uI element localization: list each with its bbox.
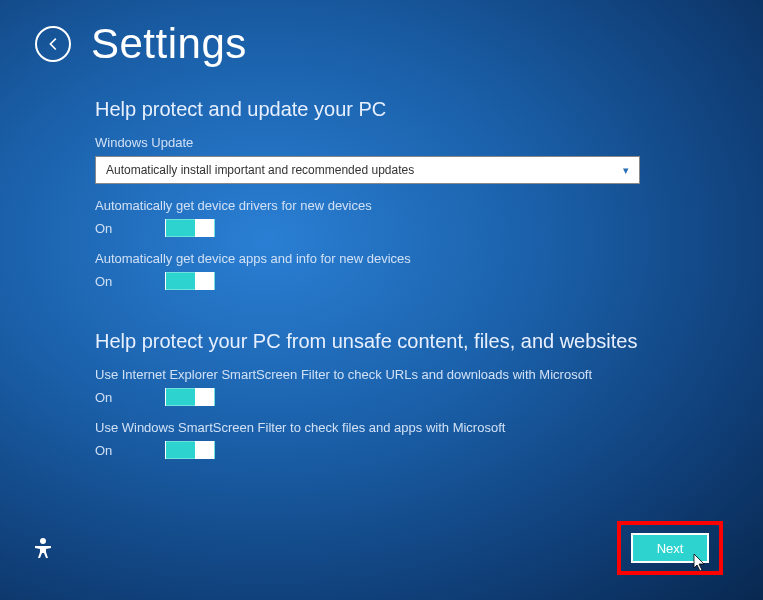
windows-update-dropdown[interactable]: Automatically install important and reco… xyxy=(95,156,640,184)
next-button-highlight: Next xyxy=(617,521,723,575)
cursor-icon xyxy=(693,553,707,573)
win-smartscreen-label: Use Windows SmartScreen Filter to check … xyxy=(95,420,763,435)
ie-smartscreen-toggle[interactable] xyxy=(165,388,215,406)
footer: Next xyxy=(0,521,763,575)
ie-smartscreen-label: Use Internet Explorer SmartScreen Filter… xyxy=(95,367,763,382)
back-arrow-icon xyxy=(44,35,62,53)
windows-update-value: Automatically install important and reco… xyxy=(106,163,414,177)
page-title: Settings xyxy=(91,20,247,68)
device-drivers-state: On xyxy=(95,221,165,236)
device-apps-toggle[interactable] xyxy=(165,272,215,290)
content: Help protect and update your PC Windows … xyxy=(0,68,763,459)
win-smartscreen-toggle[interactable] xyxy=(165,441,215,459)
windows-update-label: Windows Update xyxy=(95,135,763,150)
header: Settings xyxy=(0,0,763,68)
device-apps-label: Automatically get device apps and info f… xyxy=(95,251,763,266)
device-apps-state: On xyxy=(95,274,165,289)
ie-smartscreen-state: On xyxy=(95,390,165,405)
win-smartscreen-state: On xyxy=(95,443,165,458)
next-button-label: Next xyxy=(657,541,684,556)
chevron-down-icon: ▾ xyxy=(623,164,629,177)
device-drivers-toggle-row: On xyxy=(95,219,763,237)
back-button[interactable] xyxy=(35,26,71,62)
ease-of-access-icon xyxy=(31,536,55,560)
ie-smartscreen-toggle-row: On xyxy=(95,388,763,406)
device-apps-toggle-row: On xyxy=(95,272,763,290)
device-drivers-label: Automatically get device drivers for new… xyxy=(95,198,763,213)
win-smartscreen-toggle-row: On xyxy=(95,441,763,459)
section-unsafe-content: Help protect your PC from unsafe content… xyxy=(95,330,763,459)
section-title-protect-update: Help protect and update your PC xyxy=(95,98,763,121)
device-drivers-toggle[interactable] xyxy=(165,219,215,237)
ease-of-access-button[interactable] xyxy=(30,535,56,561)
section-protect-update: Help protect and update your PC Windows … xyxy=(95,98,763,290)
section-title-unsafe-content: Help protect your PC from unsafe content… xyxy=(95,330,763,353)
